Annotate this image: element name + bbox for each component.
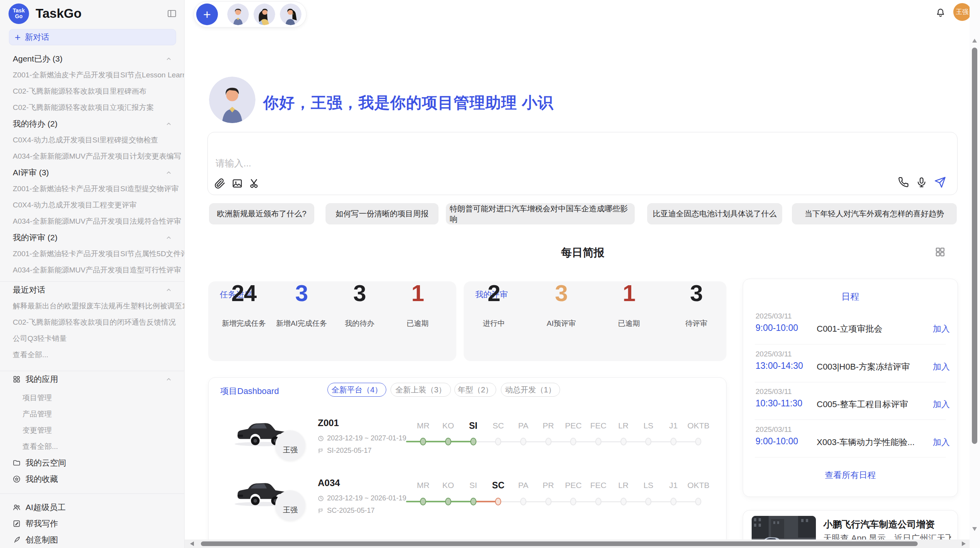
join-link[interactable]: 加入 [933,361,950,373]
section-my-apps[interactable]: 我的应用 [0,371,184,387]
scroll-right-arrow-icon[interactable] [962,541,966,546]
list-item[interactable]: Z001-全新燃油轻卡产品开发项目SI造型提交物评审 [0,181,184,197]
stat-label: 我的待办 [345,319,374,329]
scroll-up-arrow-icon[interactable] [972,39,977,43]
avatar[interactable] [254,3,275,25]
list-item[interactable]: C02-飞腾新能源轻客改款项目里程碑画布 [0,83,184,99]
stat-value: 1 [618,281,640,305]
view-all-chats[interactable]: 查看全部... [0,347,184,363]
suggestion-chip[interactable]: 特朗普可能对进口汽车增税会对中国车企造成哪些影响 [446,203,635,224]
app-title: TaskGo [36,6,166,21]
list-item[interactable]: A034-全新新能源MUV产品开发项目法规符合性评审 [0,213,184,229]
project-dates: 2023-12-19 ~ 2027-01-19 [318,434,406,442]
divider [755,344,946,344]
attachment-icon[interactable] [214,178,226,189]
avatar[interactable] [280,3,302,25]
list-item[interactable]: A034-全新新能源MUV产品开发项目造型可行性评审 [0,262,184,278]
chevron-up-icon[interactable] [165,169,173,176]
chat-input-box[interactable]: 请输入... [207,132,958,195]
timeline-progress [406,501,473,502]
sidebar-item-project-mgmt[interactable]: 项目管理 [0,390,184,406]
schedule-time: 10:30-11:30 [756,398,802,409]
sidebar-collapse-icon[interactable] [166,9,177,19]
view-all-apps[interactable]: 查看全部... [0,438,184,455]
list-item[interactable]: C02-飞腾新能源轻客改款项目的闭环通告反馈情况 [0,314,184,331]
app-logo: Task Go [9,3,29,24]
sidebar-item-product-mgmt[interactable]: 产品管理 [0,406,184,422]
send-icon[interactable] [934,176,946,188]
join-link[interactable]: 加入 [933,437,950,448]
tab-new-body[interactable]: 全新上装（3） [391,383,451,397]
image-icon[interactable] [231,178,243,189]
section-agent-done[interactable]: Agent已办 (3) [0,51,184,67]
project-code[interactable]: A034 [318,478,340,488]
divider [755,382,946,382]
bell-icon[interactable] [935,7,946,18]
list-item[interactable]: Z001-全新燃油轻卡产品开发项目SI节点属性5D文件评审 [0,246,184,262]
tab-powertrain[interactable]: 动总开发（1） [501,383,560,397]
microphone-icon[interactable] [916,176,927,188]
stat-label: 已逾期 [618,319,640,329]
sidebar-item-help-writing[interactable]: 帮我写作 [0,515,184,532]
join-link[interactable]: 加入 [933,399,950,410]
suggestion-chip[interactable]: 比亚迪全固态电池计划具体说了什么 [647,203,782,224]
stat-value: 1 [407,281,429,305]
schedule-date: 2025/03/11 [756,387,792,396]
plus-icon: + [15,32,21,42]
scroll-down-arrow-icon[interactable] [972,527,977,531]
sidebar-item-ai-employee[interactable]: AI超级员工 [0,499,184,515]
join-link[interactable]: 加入 [933,323,950,335]
chevron-up-icon[interactable] [165,375,173,383]
suggestion-chip[interactable]: 欧洲新规最近颁布了什么? [209,203,314,224]
chevron-up-icon[interactable] [165,286,173,294]
suggestion-chip[interactable]: 当下年轻人对汽车外观有怎样的喜好趋势 [792,203,957,224]
scroll-left-arrow-icon[interactable] [190,541,194,546]
sidebar-item-favorites[interactable]: 我的收藏 [0,471,184,487]
new-chat-button[interactable]: + 新对话 [9,29,176,45]
greeting-text: 你好，王强，我是你的项目管理助理 小识 [263,92,553,113]
sidebar-item-creative-drawing[interactable]: 创意制图 [0,532,184,548]
chevron-up-icon[interactable] [165,55,173,63]
section-recent-chats[interactable]: 最近对话 [0,282,184,298]
section-my-todo[interactable]: 我的待办 (2) [0,116,184,132]
avatar[interactable] [227,3,249,25]
list-item[interactable]: 解释最新出台的欧盟报废车法规再生塑料比例被调至15%... [0,298,184,314]
new-chat-label: 新对话 [25,32,49,43]
vertical-scrollbar[interactable] [970,0,980,548]
logo-line2: Go [15,14,22,19]
project-code[interactable]: Z001 [318,418,339,428]
list-item[interactable]: C02-飞腾新能源轻客改款项目立项汇报方案 [0,99,184,116]
stat-value: 3 [547,281,576,305]
section-ai-review[interactable]: AI评审 (3) [0,164,184,181]
schedule-name: X003-车辆动力学性能验... [817,437,915,448]
layout-grid-icon[interactable] [934,246,946,258]
schedule-title: 日程 [743,291,958,303]
list-item[interactable]: C0X4-动力总成开发项目SI里程碑提交物检查 [0,132,184,148]
section-my-review[interactable]: 我的评审 (2) [0,229,184,246]
scissors-icon[interactable] [249,178,260,189]
add-assistant-button[interactable]: + [196,3,218,25]
milestone-labels: MRKOSISCPAPRPECFECLRLSJ1OKTB [411,480,711,491]
vertical-scroll-thumb[interactable] [972,48,977,444]
suggestion-chip[interactable]: 如何写一份清晰的项目周报 [326,203,439,224]
list-item[interactable]: C0X4-动力总成开发项目工程变更评审 [0,197,184,213]
chevron-up-icon[interactable] [165,120,173,128]
tab-year-model[interactable]: 年型（2） [454,383,496,397]
user-avatar[interactable]: 王强 [953,3,971,21]
stat-label: 进行中 [483,319,505,329]
sidebar-item-cloud-space[interactable]: 我的云空间 [0,455,184,471]
chevron-up-icon[interactable] [165,234,173,241]
stat-value: 2 [483,281,505,305]
project-dashboard-card: 项目Dashboard 全新平台（4） 全新上装（3） 年型（2） 动总开发（1… [208,377,726,548]
stat-label: 已逾期 [407,319,429,329]
list-item[interactable]: 公司Q3轻卡销量 [0,331,184,347]
tab-all-platform[interactable]: 全新平台（4） [327,383,386,397]
sidebar-item-change-mgmt[interactable]: 变更管理 [0,422,184,438]
timeline-progress [406,441,473,442]
horizontal-scroll-thumb[interactable] [201,541,918,546]
horizontal-scrollbar[interactable] [185,539,970,548]
list-item[interactable]: A034-全新新能源MUV产品开发项目计划变更表编写 [0,148,184,164]
list-item[interactable]: Z001-全新燃油皮卡产品开发项目SI节点Lesson Learn报告 [0,67,184,83]
view-all-schedule-link[interactable]: 查看所有日程 [743,469,958,481]
phone-icon[interactable] [898,176,909,188]
